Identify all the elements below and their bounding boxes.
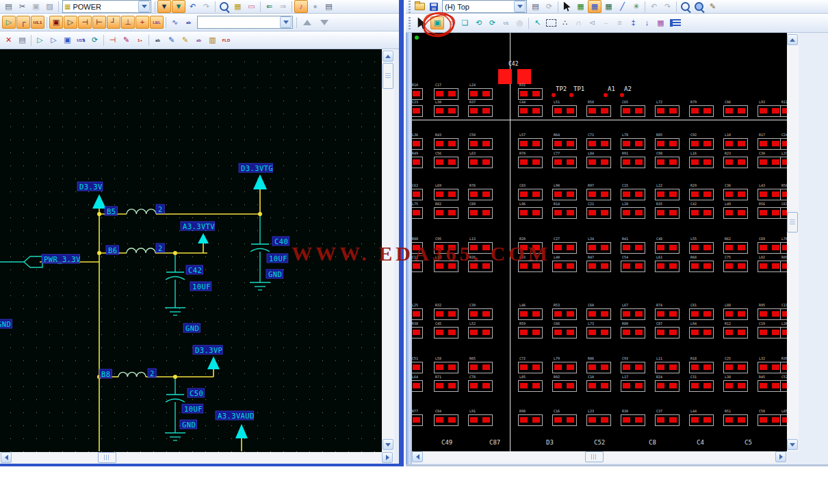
drafting-toolbar-icon[interactable]: ▦ [574,1,587,13]
pin-tick-icon[interactable]: ⊥ [121,16,135,29]
logic-gate-icon[interactable]: ▷ [2,16,16,29]
inductor-symbol[interactable] [127,209,156,214]
scroll-left-button[interactable] [412,451,423,462]
copy-object-icon[interactable]: ❏ [458,17,471,29]
pcb-vscrollbar[interactable] [787,33,799,451]
redo-icon[interactable]: ↷ [661,1,674,13]
measure-icon[interactable]: ▥ [206,34,219,47]
net-label[interactable]: 2 [158,244,163,252]
move-mode-icon[interactable]: ▣ [430,16,444,29]
c42-pad[interactable] [517,69,531,84]
list-view-icon[interactable] [668,17,681,29]
net-label[interactable]: 2 [158,205,163,213]
filter-icon[interactable]: ▼ [157,0,171,13]
renumber-pin-icon[interactable]: 1+ [133,34,146,47]
sketch-icon[interactable]: ∿ [168,16,181,29]
net-label[interactable]: B6 [108,246,117,254]
net-label[interactable]: GND [268,270,282,278]
color-setup-icon[interactable]: ▦ [654,17,667,29]
schematic-hscrollbar[interactable] [0,452,394,464]
net-label[interactable]: GND [185,324,199,332]
wire-corner-icon[interactable]: ┘ [107,16,120,29]
eraser-icon[interactable]: ▭ [245,1,258,13]
capacitor-plate-curved[interactable] [250,249,270,252]
edit-pin-icon[interactable]: ✎ [120,34,133,47]
net-label[interactable]: GND [182,421,196,429]
layer-lines-icon[interactable]: ≡ [613,17,626,29]
net-label[interactable]: D3.3VTG [241,164,273,172]
copy-icon[interactable]: ▣ [29,1,42,13]
delete-icon[interactable]: ✕ [2,34,15,47]
combo-dropdown-button[interactable] [514,1,526,12]
net-label[interactable]: 10UF [269,254,287,263]
toolbar-handle[interactable] [409,1,411,13]
pan-icon[interactable]: ● [309,1,322,13]
net-label[interactable]: C40 [274,237,288,246]
pin-cross-icon[interactable]: + [135,16,149,29]
net-label[interactable]: 10UF [192,282,211,291]
route-tee-icon[interactable]: ‡ [627,17,640,29]
label-icon[interactable]: LBL [150,16,164,29]
net-label[interactable]: B5 [107,207,116,215]
dot-grid-icon[interactable]: ··· [599,17,612,29]
net-label[interactable]: C42 [188,266,202,274]
testpoint-pad[interactable] [604,93,608,97]
combo-dropdown-button[interactable] [280,16,292,28]
add-pin-icon[interactable]: ⊣ [106,34,119,47]
zoom-board-icon[interactable] [693,1,706,13]
vscroll-thumb[interactable] [383,63,393,89]
flag-icon[interactable]: ⊲ [586,17,599,29]
add-gate-icon[interactable]: ▷ [64,16,77,29]
select-cursor-icon[interactable] [560,1,573,13]
edit-attr-icon[interactable]: ✎ [179,34,192,47]
power-symbol[interactable] [92,194,106,209]
testpoint-pad[interactable] [552,93,556,97]
properties-icon[interactable]: ▤ [322,1,335,13]
rotate-icon[interactable]: ⟳ [88,34,101,47]
scroll-down-button[interactable] [383,439,393,450]
scroll-right-button[interactable] [775,451,786,462]
redo-icon[interactable]: ↷ [200,1,213,13]
inductor-symbol[interactable] [127,248,155,253]
paste-icon[interactable]: ▨ [43,1,56,13]
testpoint-pad[interactable] [620,93,624,97]
capacitor-plate-curved[interactable] [166,277,185,280]
undo-icon[interactable]: ↶ [186,1,199,13]
edit-text-icon[interactable]: ✎ [165,34,178,47]
power-symbol[interactable] [235,424,248,438]
swap-gates-icon[interactable]: U1⇅ [75,34,88,47]
toolbar-handle[interactable] [409,17,411,29]
hscroll-thumb[interactable] [98,452,116,463]
vscroll-thumb[interactable] [787,212,798,233]
route-end-icon[interactable]: ↓ [641,17,654,29]
fanout-icon[interactable]: ✳ [630,1,643,13]
zoom-icon[interactable] [218,1,231,13]
save-icon[interactable] [427,1,440,13]
add-symbol-icon[interactable]: ▷ [47,34,60,47]
forward-icon[interactable]: ⇒ [276,1,289,13]
net-label[interactable]: 10UF [184,405,203,413]
scroll-up-button[interactable] [383,51,393,62]
arc-icon[interactable]: ∩ [572,17,585,29]
pointer-icon[interactable] [413,17,430,29]
net-label[interactable]: C50 [190,389,203,397]
hatch-icon[interactable]: ≡ [445,17,458,29]
power-symbol[interactable] [253,174,267,189]
net-label[interactable]: PWR_3.3V [44,255,81,264]
up-arrow-button[interactable] [299,16,315,29]
gate-number-icon[interactable]: U1.1 [31,16,44,29]
redraw-icon[interactable]: ⟳ [543,1,556,13]
zoom-icon[interactable] [679,1,692,13]
add-part-icon[interactable]: ▣ [49,16,63,29]
properties-icon[interactable]: ▤ [529,1,542,13]
multi-select-icon[interactable]: ∴ [558,17,571,29]
capacitor-plate-curved[interactable] [166,399,185,403]
combo-dropdown-button[interactable] [138,1,150,12]
pin-right-icon[interactable]: ⊢ [92,16,106,29]
hscroll-thumb[interactable] [585,451,604,462]
net-label[interactable]: 2 [150,369,155,377]
cut-icon[interactable]: ✂ [16,1,29,13]
power-symbol[interactable] [198,233,209,243]
sheet-properties-icon[interactable]: ▤ [16,34,29,47]
undo-icon[interactable]: ↶ [647,1,660,13]
